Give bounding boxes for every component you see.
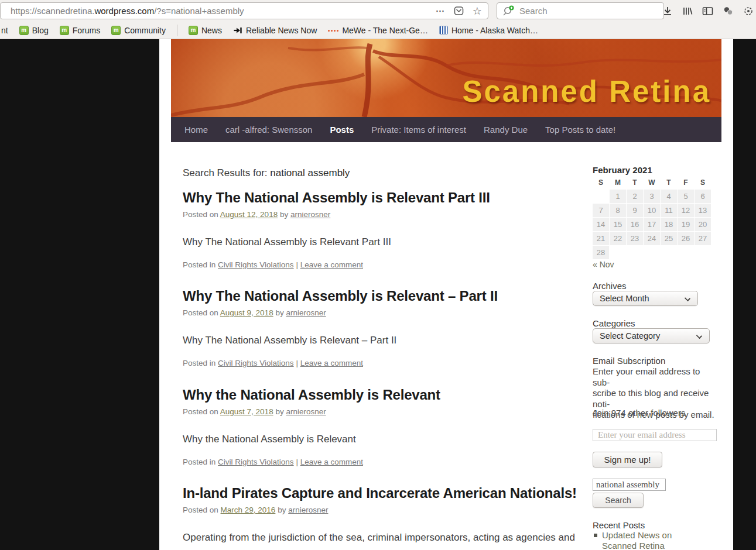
calendar-day-header: T [627,178,643,187]
post-date-link[interactable]: August 9, 2018 [220,308,273,317]
post-author-link[interactable]: arnierosner [288,506,328,514]
bookmark-item-mewe[interactable]: MeWe - The Next-Ge… [328,26,428,35]
nav-item-private-items[interactable]: Private: Items of interest [371,125,466,135]
calendar-date-cell: 11 [661,204,677,217]
calendar-date-cell: 18 [661,218,677,231]
post-meta: Posted on March 29, 2016 by arnierosner [183,506,581,514]
post-category-link[interactable]: Civil Rights Violations [218,458,294,466]
calendar-date-cell: 13 [695,204,711,217]
calendar-title: February 2021 [593,165,652,175]
sidebar-search-button[interactable]: Search [593,493,644,508]
account-icon[interactable] [723,6,734,16]
meta-label: by [280,210,288,219]
prev-month-link[interactable]: « Nov [593,260,614,269]
post-title[interactable]: Why The National Assembly is Relevant – … [183,288,581,304]
post-title[interactable]: In-land Pirates Capture and Incarcerate … [183,485,581,501]
bookmark-item-alaska-watch[interactable]: Home - Alaska Watch… [439,26,538,35]
download-icon[interactable] [662,6,673,16]
calendar-empty-cell [627,246,643,259]
post-entry: Why the National Assembly is Relevant Po… [183,387,581,466]
pocket-icon[interactable] [454,6,464,16]
reliable-news-favicon-icon [233,26,242,35]
site-wrapper: Scanned Retina Home carl -alfred: Swenss… [159,39,733,550]
bookmark-item-forums[interactable]: Forums [60,26,100,35]
post-footer-meta: Posted in Civil Rights Violations | Leav… [183,260,581,269]
bookmark-item-community[interactable]: Community [111,26,166,35]
leave-comment-link[interactable]: Leave a comment [300,458,363,466]
nav-item-home[interactable]: Home [184,125,208,135]
meta-label: Posted on [183,210,218,219]
bookmark-label: Blog [32,26,49,35]
url-bar[interactable]: https://scannedretina.wordpress.com/?s=n… [0,2,488,19]
archives-select[interactable]: Select Month [593,291,698,306]
post-date-link[interactable]: August 12, 2018 [220,210,278,219]
post-meta: Posted on August 9, 2018 by arnierosner [183,308,581,317]
post-author-link[interactable]: arnierosner [290,210,330,219]
bookmark-item-blog[interactable]: Blog [19,26,49,35]
meta-label: Posted in [183,260,215,269]
mint-favicon-icon [19,26,29,35]
browser-search-bar[interactable] [497,2,664,19]
post-category-link[interactable]: Civil Rights Violations [218,359,294,367]
screenshot-target-icon[interactable] [743,6,754,16]
sign-me-up-button[interactable]: Sign me up! [593,452,662,468]
recent-posts-title: Recent Posts [593,520,645,530]
calendar-date-cell: 19 [678,218,694,231]
calendar-date-cell: 4 [661,190,677,203]
mint-favicon-icon [189,26,198,35]
nav-item-carl-swensson[interactable]: carl -alfred: Swensson [225,125,312,135]
leave-comment-link[interactable]: Leave a comment [300,260,363,269]
post-entry: Why The National Assembly is Relevant Pa… [183,190,581,269]
page-actions-icon[interactable]: ⋯ [436,6,445,16]
calendar-date-cell: 2 [627,190,643,203]
post-title[interactable]: Why The National Assembly is Relevant Pa… [183,190,581,206]
sidebars-icon[interactable] [702,6,713,16]
post-date-link[interactable]: March 29, 2016 [221,506,276,514]
post-footer-meta: Posted in Civil Rights Violations | Leav… [183,458,581,466]
post-author-link[interactable]: arnierosner [286,407,326,416]
categories-select[interactable]: Select Category [593,328,710,343]
calendar-empty-cell [695,246,711,259]
post-excerpt: Why The National Assembly is Relevant Pa… [183,234,581,250]
nav-item-top-posts[interactable]: Top Posts to date! [545,125,615,135]
library-icon[interactable] [682,6,693,16]
bookmark-item-reliable-news[interactable]: Reliable News Now [233,26,317,35]
square-bullet-icon [594,534,597,537]
search-results-label: Search Results for: [183,167,268,178]
sidebar-search-input[interactable] [593,479,666,491]
calendar-date-cell: 6 [695,190,711,203]
post-footer-meta: Posted in Civil Rights Violations | Leav… [183,359,581,367]
post-category-link[interactable]: Civil Rights Violations [218,260,294,269]
chevron-down-icon [685,295,690,301]
calendar-day-headers: SMTWTFS [593,178,711,187]
meta-label: Posted on [183,308,218,317]
nav-item-posts[interactable]: Posts [330,125,354,135]
post-entry: In-land Pirates Capture and Incarcerate … [183,485,581,550]
calendar-date-cell: 28 [593,246,609,259]
nav-item-randy-due[interactable]: Randy Due [484,125,528,135]
calendar-day-header: S [695,178,711,187]
recent-post-link[interactable]: Updated News on Scanned Retina [602,530,687,550]
meta-label: by [275,308,283,317]
calendar-date-cell: 10 [644,204,660,217]
post-title[interactable]: Why the National Assembly is Relevant [183,387,581,403]
calendar-date-cell: 17 [644,218,660,231]
bookmark-item-truncated[interactable]: nt [1,26,8,35]
post-excerpt: Why The National Assembly is Relevant – … [183,332,581,349]
chevron-down-icon [696,333,702,339]
bookmark-item-news[interactable]: News [189,26,222,35]
bookmark-star-icon[interactable]: ☆ [473,6,482,16]
browser-search-input[interactable] [519,6,663,16]
post-date-link[interactable]: August 7, 2018 [220,407,273,416]
bookmark-label: Forums [73,26,100,35]
bookmark-label: nt [1,26,8,35]
bookmark-label: Home - Alaska Watch… [451,26,538,35]
post-author-link[interactable]: arnierosner [286,308,326,317]
search-results-heading: Search Results for: national assembly [183,167,350,179]
calendar-date-cell: 14 [593,218,609,231]
post-excerpt: Why the National Assembly is Relevant [183,431,581,448]
meta-label: Posted on [183,407,218,416]
leave-comment-link[interactable]: Leave a comment [300,359,363,367]
calendar-date-cell: 21 [593,232,609,245]
email-address-input[interactable] [593,429,717,441]
